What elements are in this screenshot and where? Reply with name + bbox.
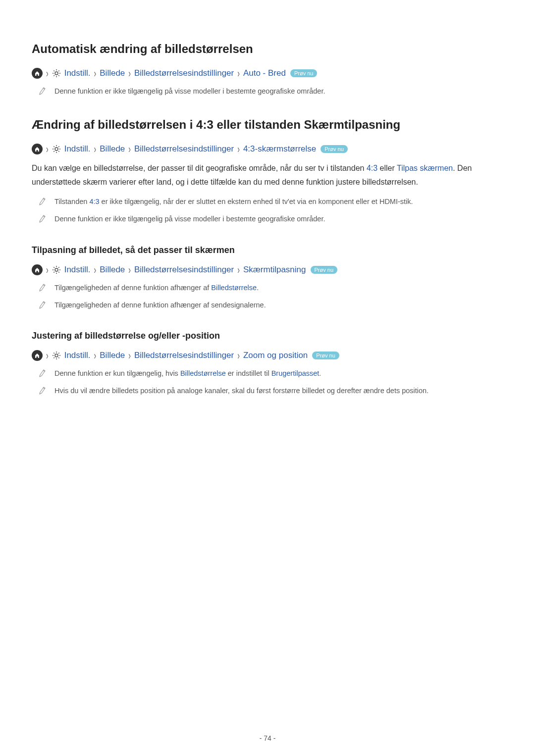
section-heading: Automatisk ændring af billedstørrelsen <box>32 42 503 56</box>
breadcrumb: › Indstill. › Billede › Billedstørrelses… <box>32 264 503 275</box>
note-text: Denne funktion er ikke tilgængelig på vi… <box>54 213 325 225</box>
inline-term-picture-size: Billedstørrelse <box>211 284 257 292</box>
chevron-right-icon: › <box>46 144 49 154</box>
breadcrumb-target[interactable]: Skærmtilpasning <box>243 265 306 275</box>
breadcrumb-settings[interactable]: Indstill. <box>64 265 91 275</box>
breadcrumb-picture[interactable]: Billede <box>100 144 125 154</box>
pencil-icon <box>39 369 46 378</box>
text: er indstillet til <box>226 369 271 377</box>
section-heading: Ændring af billedstørrelsen i 4:3 eller … <box>32 118 503 132</box>
text: . <box>257 284 259 292</box>
breadcrumb-target[interactable]: Auto - Bred <box>243 68 286 78</box>
note-text: Hvis du vil ændre billedets position på … <box>54 385 428 397</box>
inline-term-fit-screen: Tilpas skærmen <box>397 164 453 172</box>
chevron-right-icon: › <box>237 68 240 79</box>
chevron-right-icon: › <box>237 144 240 154</box>
chevron-right-icon: › <box>128 264 131 275</box>
breadcrumb-picture-size-settings[interactable]: Billedstørrelsesindstillinger <box>134 265 234 275</box>
note: Denne funktion er ikke tilgængelig på vi… <box>32 86 503 97</box>
text: Tilstanden <box>54 198 89 205</box>
note: Denne funktion er ikke tilgængelig på vi… <box>32 213 503 225</box>
chevron-right-icon: › <box>94 68 97 79</box>
breadcrumb-target[interactable]: Zoom og position <box>243 351 308 360</box>
pencil-icon <box>39 283 46 292</box>
text: Denne funktion er kun tilgængelig, hvis <box>54 369 180 377</box>
note-text: Denne funktion er kun tilgængelig, hvis … <box>54 368 321 379</box>
inline-term-picture-size: Billedstørrelse <box>180 369 226 377</box>
chevron-right-icon: › <box>237 264 240 275</box>
page-number: - 74 - <box>0 734 535 742</box>
home-icon[interactable] <box>32 144 43 154</box>
chevron-right-icon: › <box>46 350 49 361</box>
note-text: Tilstanden 4:3 er ikke tilgængelig, når … <box>54 196 413 207</box>
try-now-badge[interactable]: Prøv nu <box>290 69 318 77</box>
home-icon[interactable] <box>32 350 43 361</box>
note-text: Tilgængeligheden af denne funktion afhæn… <box>54 300 266 311</box>
breadcrumb-settings[interactable]: Indstill. <box>64 68 91 78</box>
breadcrumb-picture[interactable]: Billede <box>100 265 125 275</box>
chevron-right-icon: › <box>128 68 131 79</box>
subsection-heading: Justering af billedstørrelse og/eller -p… <box>32 331 503 341</box>
text: er ikke tilgængelig, når der er sluttet … <box>100 198 413 205</box>
breadcrumb-picture-size-settings[interactable]: Billedstørrelsesindstillinger <box>134 68 234 78</box>
subsection-fit-to-screen: Tilpasning af billedet, så det passer ti… <box>32 245 503 311</box>
breadcrumb: › Indstill. › Billede › Billedstørrelses… <box>32 144 503 154</box>
inline-term-4-3: 4:3 <box>367 164 377 172</box>
note-text: Tilgængeligheden af denne funktion afhæn… <box>54 282 259 294</box>
home-icon[interactable] <box>32 264 43 275</box>
pencil-icon <box>39 386 46 395</box>
gear-icon <box>52 145 61 153</box>
chevron-right-icon: › <box>94 144 97 154</box>
home-icon[interactable] <box>32 68 43 79</box>
pencil-icon <box>39 197 46 206</box>
try-now-badge[interactable]: Prøv nu <box>321 145 348 153</box>
pencil-icon <box>39 214 46 223</box>
chevron-right-icon: › <box>128 350 131 361</box>
breadcrumb-picture-size-settings[interactable]: Billedstørrelsesindstillinger <box>134 351 234 360</box>
text: eller <box>377 164 397 172</box>
note: Denne funktion er kun tilgængelig, hvis … <box>32 368 503 379</box>
chevron-right-icon: › <box>94 264 97 275</box>
chevron-right-icon: › <box>46 264 49 275</box>
section-4-3-screen-fit: Ændring af billedstørrelsen i 4:3 eller … <box>32 118 503 397</box>
chevron-right-icon: › <box>237 350 240 361</box>
note: Tilgængeligheden af denne funktion afhæn… <box>32 300 503 311</box>
text: Du kan vælge en billedstørrelse, der pas… <box>32 164 367 172</box>
gear-icon <box>52 351 61 360</box>
chevron-right-icon: › <box>94 350 97 361</box>
breadcrumb-settings[interactable]: Indstill. <box>64 144 91 154</box>
breadcrumb-picture[interactable]: Billede <box>100 68 125 78</box>
note: Tilgængeligheden af denne funktion afhæn… <box>32 282 503 294</box>
breadcrumb: › Indstill. › Billede › Billedstørrelses… <box>32 68 503 79</box>
breadcrumb-picture[interactable]: Billede <box>100 351 125 360</box>
try-now-badge[interactable]: Prøv nu <box>312 352 339 359</box>
subsection-heading: Tilpasning af billedet, så det passer ti… <box>32 245 503 255</box>
section-auto-wide: Automatisk ændring af billedstørrelsen ›… <box>32 42 503 97</box>
breadcrumb-picture-size-settings[interactable]: Billedstørrelsesindstillinger <box>134 144 234 154</box>
text: Tilgængeligheden af denne funktion afhæn… <box>54 284 211 292</box>
note: Tilstanden 4:3 er ikke tilgængelig, når … <box>32 196 503 207</box>
inline-term-custom: Brugertilpasset <box>271 369 320 377</box>
pencil-icon <box>39 87 46 96</box>
inline-term-4-3: 4:3 <box>89 198 99 205</box>
gear-icon <box>52 69 61 78</box>
chevron-right-icon: › <box>128 144 131 154</box>
body-paragraph: Du kan vælge en billedstørrelse, der pas… <box>32 161 503 189</box>
pencil-icon <box>39 301 46 309</box>
gear-icon <box>52 265 61 274</box>
try-now-badge[interactable]: Prøv nu <box>311 266 338 274</box>
note: Hvis du vil ændre billedets position på … <box>32 385 503 397</box>
breadcrumb: › Indstill. › Billede › Billedstørrelses… <box>32 350 503 361</box>
breadcrumb-target[interactable]: 4:3-skærmstørrelse <box>243 144 316 154</box>
text: . <box>319 369 321 377</box>
chevron-right-icon: › <box>46 68 49 79</box>
subsection-zoom-position: Justering af billedstørrelse og/eller -p… <box>32 331 503 397</box>
note-text: Denne funktion er ikke tilgængelig på vi… <box>54 86 325 97</box>
breadcrumb-settings[interactable]: Indstill. <box>64 351 91 360</box>
